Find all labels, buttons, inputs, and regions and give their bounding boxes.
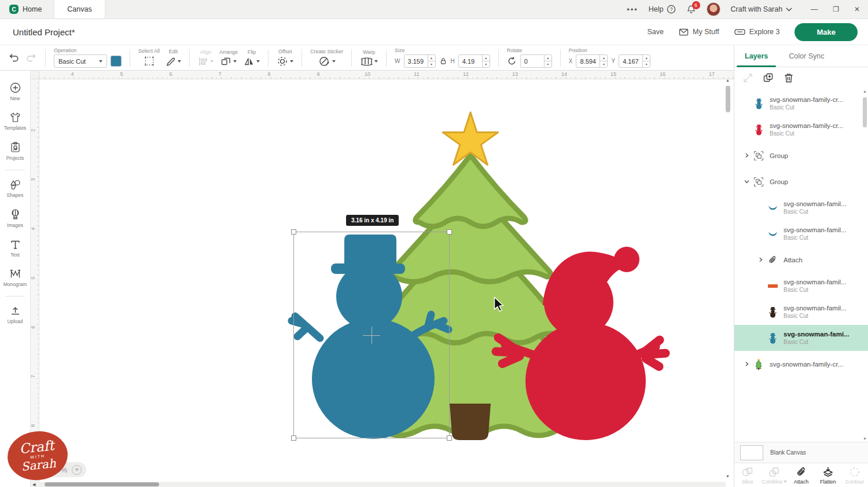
explore-machine-button[interactable]: Explore 3 — [734, 28, 780, 36]
canvas-area[interactable]: 3.16 in x 4.19 in 4567891011121314151617… — [31, 71, 734, 487]
minimize-button[interactable]: — — [811, 5, 818, 13]
chevron-down-icon — [786, 8, 792, 12]
size-height-input[interactable]: 4.19 ▲▼ — [458, 54, 490, 68]
layer-linetype: Basic Cut — [784, 235, 847, 241]
layer-row[interactable]: svg-snowman-famil... Basic Cut — [734, 221, 868, 247]
position-x-input[interactable]: 8.594 ▲▼ — [576, 54, 608, 68]
layer-row[interactable]: Group — [734, 142, 868, 169]
scroll-left-icon[interactable]: ◀ — [31, 482, 37, 487]
panel-scroll-thumb[interactable] — [863, 97, 867, 127]
save-button[interactable]: Save — [648, 28, 664, 36]
sidebar-item-label: New — [10, 96, 20, 101]
flip-button[interactable] — [244, 56, 260, 67]
account-menu[interactable]: Craft with Sarah — [731, 5, 793, 13]
selection-bounding-box[interactable] — [293, 232, 450, 438]
delete-button[interactable] — [784, 72, 794, 83]
close-button[interactable]: ✕ — [854, 5, 860, 13]
make-button[interactable]: Make — [795, 23, 858, 41]
layer-chevron-icon[interactable] — [741, 153, 752, 158]
create-sticker-button[interactable] — [318, 56, 336, 67]
panel-scroll-down-icon[interactable]: ▼ — [863, 437, 867, 441]
tab-canvas[interactable]: Canvas — [54, 0, 104, 19]
layer-row[interactable]: Group — [734, 169, 868, 195]
selection-handle-top-left[interactable] — [291, 229, 296, 235]
sidebar-item-shapes[interactable]: Shapes — [0, 174, 30, 203]
layer-row[interactable]: Attach — [734, 247, 868, 273]
offset-icon — [277, 56, 288, 67]
layer-row[interactable]: svg-snowman-fami... Basic Cut — [734, 325, 868, 351]
selection-handle-bottom-left[interactable] — [291, 435, 296, 441]
layer-row[interactable]: svg-snowman-famil... Basic Cut — [734, 273, 868, 299]
scroll-up-icon[interactable]: ▲ — [726, 78, 730, 82]
layer-row[interactable]: svg-snowman-famil... Basic Cut — [734, 299, 868, 325]
layer-row[interactable]: svg-snowman-family-cr... Basic Cut — [734, 116, 868, 142]
operation-select[interactable]: Basic Cut — [54, 54, 107, 68]
sidebar-item-label: Upload — [8, 318, 23, 324]
position-x-stepper[interactable]: ▲▼ — [599, 55, 607, 67]
rotate-stepper[interactable]: ▲▼ — [544, 55, 551, 67]
sidebar-item-upload[interactable]: Upload — [0, 300, 30, 329]
lock-aspect-icon[interactable] — [439, 57, 447, 65]
scroll-down-icon[interactable]: ▼ — [726, 474, 730, 478]
align-button[interactable] — [198, 56, 214, 67]
size-width-input[interactable]: 3.159 ▲▼ — [404, 54, 436, 68]
operation-color-swatch[interactable] — [111, 56, 122, 67]
blank-canvas-swatch[interactable] — [740, 445, 763, 460]
layer-row[interactable]: svg-snowman-famil... Basic Cut — [734, 195, 868, 221]
size-width-stepper[interactable]: ▲▼ — [428, 55, 435, 67]
horizontal-scroll-thumb[interactable] — [45, 482, 159, 486]
slice-button[interactable]: Slice — [734, 463, 761, 487]
tab-layers[interactable]: Layers — [734, 45, 778, 67]
notifications-button[interactable]: 6 — [686, 5, 696, 14]
select-all-button[interactable] — [143, 55, 156, 67]
redo-button[interactable] — [25, 53, 37, 63]
zoom-in-button[interactable]: + — [72, 465, 82, 475]
panel-scroll-up-icon[interactable]: ▲ — [863, 89, 867, 93]
more-menu-icon[interactable]: ••• — [627, 5, 638, 14]
blank-canvas-row[interactable]: Blank Canvas — [734, 442, 868, 463]
layer-row[interactable]: svg-snowman-family-cr... Basic Cut — [734, 90, 868, 116]
duplicate-button[interactable] — [763, 72, 774, 83]
vertical-scroll-thumb[interactable] — [726, 86, 730, 112]
rotate-input[interactable]: 0 ▲▼ — [520, 54, 552, 68]
ruler-top-number: 9 — [317, 71, 319, 77]
panel-scrollbar[interactable]: ▲ ▼ — [862, 90, 867, 440]
size-height-stepper[interactable]: ▲▼ — [482, 55, 490, 67]
position-y-stepper[interactable]: ▲▼ — [642, 55, 650, 67]
selection-handle-top-right[interactable] — [447, 229, 452, 235]
account-name: Craft with Sarah — [731, 5, 783, 13]
help-button[interactable]: Help ? — [649, 5, 676, 14]
tab-color-sync[interactable]: Color Sync — [778, 45, 834, 67]
ruler-top-number: 7 — [218, 71, 221, 77]
edit-button[interactable] — [165, 56, 181, 67]
sidebar-item-monogram[interactable]: Monogram — [0, 263, 30, 292]
arrange-button[interactable] — [220, 56, 237, 67]
layer-name: svg-snowman-family-cr... — [770, 122, 843, 129]
sidebar-item-templates[interactable]: Templates — [0, 107, 30, 136]
canvas-horizontal-scrollbar[interactable]: ◀ — [31, 482, 726, 487]
sidebar-item-projects[interactable]: Projects — [0, 136, 30, 166]
rotate-icon[interactable] — [507, 56, 517, 66]
layer-row[interactable]: svg-snowman-family-cr... — [734, 351, 868, 377]
position-y-input[interactable]: 4.167 ▲▼ — [619, 54, 650, 68]
layer-chevron-icon[interactable] — [741, 179, 752, 184]
attach-button[interactable]: Attach — [788, 463, 814, 487]
tab-home[interactable]: C Home — [0, 0, 54, 19]
restore-button[interactable]: ❐ — [833, 5, 839, 13]
avatar[interactable] — [707, 2, 720, 16]
layer-chevron-icon[interactable] — [741, 361, 752, 367]
undo-button[interactable] — [8, 53, 20, 63]
warp-button[interactable] — [360, 56, 378, 67]
combine-button[interactable]: Combine — [761, 463, 788, 487]
sidebar-item-new[interactable]: New — [0, 76, 30, 107]
layer-chevron-icon[interactable] — [755, 257, 766, 262]
offset-button[interactable] — [277, 56, 293, 67]
canvas-vertical-scrollbar[interactable]: ▲ ▼ — [725, 79, 731, 478]
sidebar-item-text[interactable]: Text — [0, 233, 30, 263]
ungroup-button[interactable] — [742, 72, 753, 83]
sidebar-item-images[interactable]: Images — [0, 203, 30, 233]
flatten-button[interactable]: Flatten — [815, 463, 841, 487]
contour-button[interactable]: Contour — [841, 463, 868, 487]
my-stuff-button[interactable]: My Stuff — [679, 28, 719, 36]
selection-handle-bottom-right[interactable] — [447, 435, 452, 441]
